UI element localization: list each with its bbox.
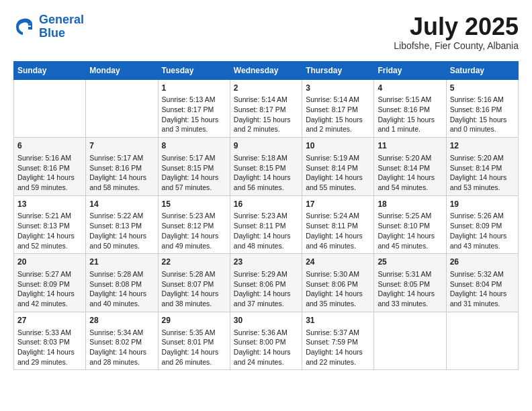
cell-info-line: Daylight: 14 hours [89,289,154,299]
calendar-cell: 11Sunrise: 5:20 AMSunset: 8:14 PMDayligh… [374,138,446,196]
calendar-cell: 1Sunrise: 5:13 AMSunset: 8:17 PMDaylight… [158,79,230,138]
cell-info-line: Daylight: 14 hours [234,289,298,299]
cell-info-line: Sunrise: 5:24 AM [306,211,370,221]
cell-info-line: Daylight: 15 hours [162,115,226,125]
cell-info-line: Sunrise: 5:29 AM [234,269,298,279]
cell-info-line: Sunset: 8:16 PM [17,163,82,173]
calendar-cell: 25Sunrise: 5:31 AMSunset: 8:05 PMDayligh… [374,254,446,312]
day-number: 4 [378,83,442,94]
week-row-5: 27Sunrise: 5:33 AMSunset: 8:03 PMDayligh… [14,312,519,370]
day-number: 22 [162,257,226,268]
weekday-header-saturday: Saturday [446,61,518,79]
calendar-cell: 24Sunrise: 5:30 AMSunset: 8:06 PMDayligh… [302,254,374,312]
day-number: 27 [17,315,82,326]
day-number: 6 [17,140,82,152]
calendar-cell: 3Sunrise: 5:14 AMSunset: 8:17 PMDaylight… [302,79,374,138]
day-number: 2 [234,83,298,94]
week-row-1: 1Sunrise: 5:13 AMSunset: 8:17 PMDaylight… [14,79,519,138]
day-number: 24 [306,257,370,268]
cell-info-line: Sunrise: 5:16 AM [17,153,82,163]
calendar-cell: 22Sunrise: 5:28 AMSunset: 8:07 PMDayligh… [158,254,230,312]
calendar-cell: 26Sunrise: 5:32 AMSunset: 8:04 PMDayligh… [446,254,518,312]
cell-info-line: Sunset: 8:08 PM [89,279,154,289]
cell-info-line: Daylight: 14 hours [89,231,154,241]
cell-info-line: Daylight: 15 hours [378,115,442,125]
cell-info-line: Sunrise: 5:22 AM [89,211,154,221]
cell-info-line: Sunset: 8:10 PM [378,221,442,231]
cell-info-line: Sunrise: 5:23 AM [234,211,298,221]
cell-info-line: Sunset: 8:13 PM [17,221,82,231]
cell-info-line: Sunset: 8:16 PM [450,105,515,115]
cell-info-line: Sunset: 8:00 PM [234,337,298,347]
cell-info-line: Sunrise: 5:19 AM [306,153,370,163]
day-number: 5 [450,83,515,94]
cell-info-line: Daylight: 14 hours [306,173,370,183]
month-title: July 2025 [394,13,519,40]
day-number: 9 [234,140,298,152]
day-number: 18 [378,199,442,210]
cell-info-line: and 2 minutes. [234,124,298,134]
logo-line2: Blue [39,26,65,40]
cell-info-line: Daylight: 14 hours [17,289,82,299]
cell-info-line: Daylight: 14 hours [17,231,82,241]
cell-info-line: and 48 minutes. [234,241,298,251]
cell-info-line: Sunset: 8:11 PM [306,221,370,231]
calendar-table: SundayMondayTuesdayWednesdayThursdayFrid… [13,61,519,371]
calendar-cell: 7Sunrise: 5:17 AMSunset: 8:16 PMDaylight… [86,138,158,196]
day-number: 31 [306,315,370,326]
cell-info-line: Sunrise: 5:32 AM [450,269,515,279]
cell-info-line: Daylight: 14 hours [378,289,442,299]
cell-info-line: Sunset: 8:07 PM [162,279,226,289]
day-number: 3 [306,83,370,94]
day-number: 23 [234,257,298,268]
cell-info-line: Daylight: 14 hours [89,173,154,183]
calendar-cell: 31Sunrise: 5:37 AMSunset: 7:59 PMDayligh… [302,312,374,370]
weekday-header-row: SundayMondayTuesdayWednesdayThursdayFrid… [14,61,519,79]
cell-info-line: and 31 minutes. [450,299,515,309]
logo-icon [13,16,35,38]
cell-info-line: and 28 minutes. [89,357,154,367]
cell-info-line: and 50 minutes. [89,241,154,251]
cell-info-line: Sunrise: 5:30 AM [306,269,370,279]
cell-info-line: Sunset: 8:04 PM [450,279,515,289]
cell-info-line: Sunset: 8:06 PM [306,279,370,289]
day-number: 12 [450,140,515,152]
cell-info-line: Sunset: 8:17 PM [162,105,226,115]
cell-info-line: and 35 minutes. [306,299,370,309]
cell-info-line: and 24 minutes. [234,357,298,367]
cell-info-line: Sunset: 8:15 PM [234,163,298,173]
cell-info-line: Sunset: 8:06 PM [234,279,298,289]
cell-info-line: Daylight: 14 hours [17,173,82,183]
cell-info-line: Daylight: 14 hours [450,289,515,299]
calendar-cell: 30Sunrise: 5:36 AMSunset: 8:00 PMDayligh… [230,312,302,370]
cell-info-line: Daylight: 15 hours [450,115,515,125]
cell-info-line: Sunset: 8:14 PM [378,163,442,173]
calendar-cell: 21Sunrise: 5:28 AMSunset: 8:08 PMDayligh… [86,254,158,312]
logo: General Blue [13,13,84,40]
cell-info-line: Sunrise: 5:27 AM [17,269,82,279]
cell-info-line: Daylight: 14 hours [162,173,226,183]
cell-info-line: Sunrise: 5:25 AM [378,211,442,221]
cell-info-line: Daylight: 14 hours [162,289,226,299]
cell-info-line: Sunset: 8:09 PM [450,221,515,231]
cell-info-line: and 49 minutes. [162,241,226,251]
cell-info-line: and 38 minutes. [162,299,226,309]
cell-info-line: and 58 minutes. [89,183,154,193]
calendar-cell [14,79,86,138]
calendar-cell: 14Sunrise: 5:22 AMSunset: 8:13 PMDayligh… [86,195,158,254]
cell-info-line: Daylight: 14 hours [89,347,154,357]
cell-info-line: Daylight: 14 hours [234,173,298,183]
calendar-cell [374,312,446,370]
day-number: 17 [306,199,370,210]
cell-info-line: and 1 minute. [378,124,442,134]
cell-info-line: Sunrise: 5:26 AM [450,211,515,221]
cell-info-line: and 2 minutes. [306,124,370,134]
calendar-cell: 6Sunrise: 5:16 AMSunset: 8:16 PMDaylight… [14,138,86,196]
calendar-cell: 8Sunrise: 5:17 AMSunset: 8:15 PMDaylight… [158,138,230,196]
cell-info-line: Sunrise: 5:14 AM [306,95,370,105]
cell-info-line: Sunset: 8:15 PM [162,163,226,173]
cell-info-line: Sunset: 8:05 PM [378,279,442,289]
day-number: 28 [89,315,154,326]
cell-info-line: Sunrise: 5:35 AM [162,328,226,338]
cell-info-line: and 42 minutes. [17,299,82,309]
